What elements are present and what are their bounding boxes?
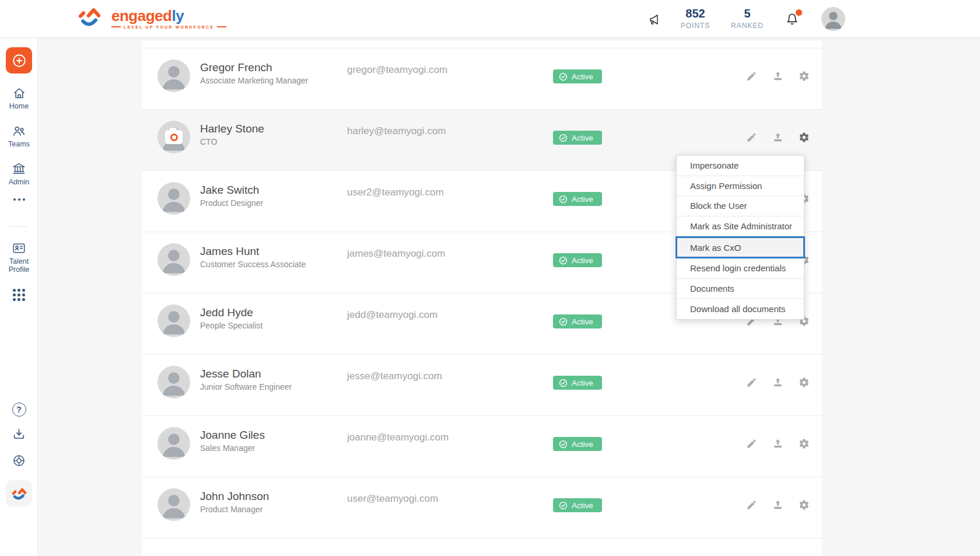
table-row[interactable]: Jesse Dolan Junior Software Engineer jes… (142, 355, 822, 416)
menu-item-mark-as-cxo[interactable]: Mark as CxO (676, 236, 805, 258)
tagline-dash-right (217, 26, 226, 27)
user-email: james@teamyogi.com (347, 248, 445, 260)
status-text: Active (572, 440, 593, 449)
user-name: Jedd Hyde (200, 306, 262, 320)
user-job-title: Product Manager (200, 505, 269, 514)
row-actions (746, 132, 810, 143)
add-button[interactable] (6, 47, 32, 74)
avatar (158, 182, 190, 215)
megaphone-icon[interactable] (648, 12, 663, 27)
user-identity: Jedd Hyde People Specialist (200, 306, 262, 330)
sidebar-item-talent-profile[interactable]: Talent Profile (0, 241, 38, 274)
row-actions (746, 438, 810, 449)
settings-gear-icon[interactable] (799, 71, 810, 82)
user-email: harley@teamyogi.com (347, 125, 446, 137)
status-text: Active (572, 317, 593, 326)
avatar-silhouette-icon (158, 305, 190, 337)
sidebar-item-help[interactable]: ? (0, 403, 38, 417)
edit-pencil-icon[interactable] (746, 499, 757, 510)
sidebar-item-label: Admin (9, 178, 29, 186)
check-circle-icon (559, 440, 568, 449)
sidebar-item-admin[interactable]: Admin (0, 162, 38, 186)
admin-bank-icon (12, 162, 26, 176)
sidebar-item-teams[interactable]: Teams (0, 124, 38, 148)
check-circle-icon (559, 501, 568, 510)
status-text: Active (572, 256, 593, 265)
camera-overlay-icon[interactable] (158, 121, 190, 153)
download-icon (12, 427, 26, 442)
status-text: Active (572, 379, 593, 387)
profile-avatar[interactable] (821, 7, 845, 31)
points-label: POINTS (675, 22, 716, 30)
user-email: joanne@teamyogi.com (347, 432, 449, 443)
check-circle-icon (559, 317, 568, 326)
points-stat[interactable]: 852 POINTS (675, 7, 716, 30)
sidebar-item-apps[interactable] (0, 289, 38, 301)
upload-icon[interactable] (772, 438, 783, 449)
settings-gear-icon[interactable] (799, 377, 810, 388)
edit-pencil-icon[interactable] (746, 132, 757, 143)
upload-icon[interactable] (772, 377, 783, 388)
table-row[interactable]: Gregor French Associate Marketing Manage… (142, 48, 822, 110)
settings-gear-icon[interactable] (799, 132, 810, 143)
home-icon (12, 86, 26, 100)
status-badge: Active (553, 437, 602, 451)
menu-item-mark-as-site-administrator[interactable]: Mark as Site Administrator (677, 216, 804, 237)
user-identity: Harley Stone CTO (200, 122, 264, 146)
user-email: gregor@teamyogi.com (347, 64, 447, 76)
edit-pencil-icon[interactable] (746, 71, 757, 82)
sidebar-item-downloads[interactable] (0, 427, 38, 442)
user-name: Gregor French (200, 61, 308, 75)
user-job-title: Product Designer (200, 198, 263, 208)
user-name: Joanne Giles (200, 428, 265, 442)
engagedly-mark-icon (9, 485, 29, 502)
ranked-stat[interactable]: 5 RANKED (727, 7, 768, 30)
avatar-silhouette-icon (158, 488, 190, 521)
edit-pencil-icon[interactable] (746, 438, 757, 449)
teams-icon (12, 124, 26, 138)
apps-grid-icon (13, 289, 25, 301)
user-identity: Joanne Giles Sales Manager (200, 428, 265, 453)
user-name: Jake Switch (200, 183, 263, 197)
engagedly-logo[interactable]: engagedly LEVEL UP YOUR WORKFORCE (76, 5, 226, 32)
upload-icon[interactable] (772, 71, 783, 82)
lifesaver-icon (12, 453, 26, 468)
avatar (158, 60, 190, 92)
menu-item-impersonate[interactable]: Impersonate (677, 156, 804, 176)
context-menu: ImpersonateAssign PermissionBlock the Us… (676, 155, 804, 320)
row-actions (746, 71, 810, 82)
check-circle-icon (559, 72, 568, 81)
menu-item-resend-login-credentials[interactable]: Resend login credentials (677, 258, 804, 279)
user-identity: James Hunt Customer Success Associate (200, 244, 306, 269)
ellipsis-icon (13, 198, 25, 201)
upload-icon[interactable] (772, 132, 783, 143)
notification-dot (796, 9, 802, 16)
avatar (158, 366, 190, 398)
sidebar: Home Teams Admin (0, 38, 38, 556)
menu-item-download-all-documents[interactable]: Download all documents (677, 299, 804, 319)
table-row[interactable]: John Johnson Product Manager user@teamyo… (142, 477, 822, 538)
sidebar-item-more[interactable] (0, 198, 38, 201)
upload-icon[interactable] (772, 499, 783, 510)
settings-gear-icon[interactable] (799, 438, 810, 449)
user-identity: John Johnson Product Manager (200, 489, 269, 514)
check-circle-icon (559, 134, 568, 142)
table-row[interactable]: Joanne Giles Sales Manager joanne@teamyo… (142, 416, 822, 477)
edit-pencil-icon[interactable] (746, 377, 757, 388)
notifications-bell[interactable] (784, 11, 802, 28)
menu-item-assign-permission[interactable]: Assign Permission (677, 176, 804, 197)
avatar-silhouette-icon (158, 427, 190, 460)
avatar (158, 427, 190, 460)
sidebar-item-support[interactable] (0, 453, 38, 468)
settings-gear-icon[interactable] (799, 499, 810, 510)
circle-plus-icon (12, 53, 27, 68)
sidebar-brand-logo[interactable] (6, 480, 32, 506)
user-email: jedd@teamyogi.com (347, 309, 438, 321)
sidebar-item-home[interactable]: Home (0, 86, 38, 110)
row-actions (746, 499, 810, 510)
menu-item-documents[interactable]: Documents (677, 279, 804, 299)
menu-item-block-the-user[interactable]: Block the User (677, 196, 804, 216)
avatar-silhouette-icon (158, 60, 190, 92)
status-badge: Active (553, 376, 602, 390)
status-text: Active (572, 72, 593, 81)
